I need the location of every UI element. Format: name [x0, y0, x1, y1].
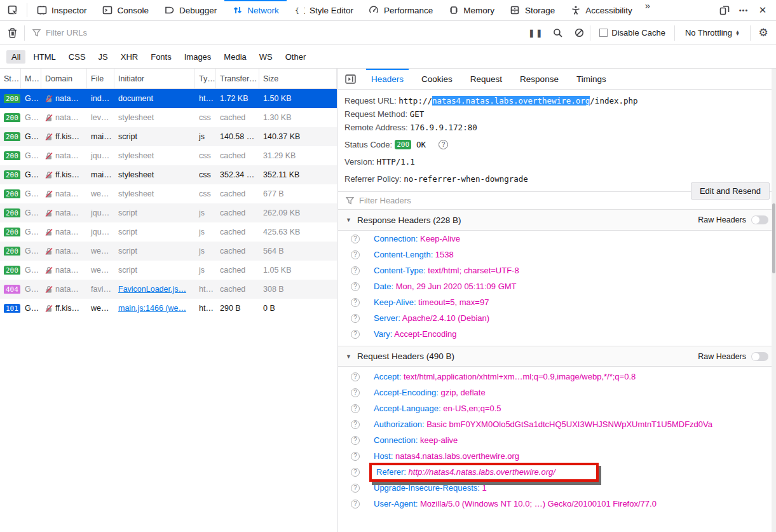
- type-filter-fonts[interactable]: Fonts: [146, 50, 177, 64]
- details-tab-cookies[interactable]: Cookies: [412, 69, 461, 89]
- header-help-icon[interactable]: ?: [351, 266, 360, 275]
- header-help-icon[interactable]: ?: [351, 298, 360, 307]
- header-row[interactable]: ?Content-Type: text/html; charset=UTF-8: [338, 263, 776, 278]
- request-row[interactable]: 200G…ff.kis…mai…stylesheetcss352.34 …352…: [0, 165, 337, 184]
- vertical-scrollbar[interactable]: [772, 69, 776, 532]
- type-filter-html[interactable]: HTML: [28, 50, 60, 64]
- header-help-icon[interactable]: ?: [351, 500, 360, 508]
- close-devtools-button[interactable]: ✕: [753, 0, 772, 21]
- tab-inspector[interactable]: Inspector: [29, 0, 95, 20]
- header-row[interactable]: ?Keep-Alive: timeout=5, max=97: [338, 294, 776, 310]
- request-row[interactable]: 101G…ff.kis…we…main.js:1466 (we…ht…290 B…: [0, 299, 337, 318]
- details-tab-headers[interactable]: Headers: [362, 69, 412, 89]
- column-header[interactable]: M…: [21, 69, 41, 88]
- column-header[interactable]: Domain: [41, 69, 87, 88]
- header-help-icon[interactable]: ?: [351, 314, 360, 323]
- header-help-icon[interactable]: ?: [351, 452, 360, 461]
- header-help-icon[interactable]: ?: [351, 330, 360, 339]
- header-row[interactable]: ?Host: natas4.natas.labs.overthewire.org: [338, 448, 776, 464]
- request-row[interactable]: 200G…nata…ind…documentht…1.72 KB1.50 KB: [0, 89, 337, 108]
- header-row[interactable]: ?User-Agent: Mozilla/5.0 (Windows NT 10.…: [338, 496, 776, 512]
- header-help-icon[interactable]: ?: [351, 388, 360, 397]
- disable-cache-checkbox[interactable]: Disable Cache: [590, 28, 674, 38]
- toggle-details-pane-button[interactable]: [338, 69, 362, 89]
- column-header[interactable]: Ty…: [195, 69, 216, 88]
- header-row[interactable]: ?Connection: keep-alive: [338, 432, 776, 448]
- details-tab-timings[interactable]: Timings: [568, 69, 615, 89]
- scrollbar-thumb[interactable]: [772, 203, 775, 273]
- column-header[interactable]: Transfer…: [216, 69, 259, 88]
- tab-memory[interactable]: Memory: [440, 0, 502, 20]
- type-filter-other[interactable]: Other: [280, 50, 311, 64]
- tab-console[interactable]: Console: [95, 0, 157, 20]
- header-row[interactable]: ?Connection: Keep-Alive: [338, 231, 776, 247]
- edit-and-resend-button[interactable]: Edit and Resend: [691, 182, 770, 200]
- type-filter-media[interactable]: Media: [219, 50, 251, 64]
- type-filter-images[interactable]: Images: [179, 50, 217, 64]
- block-request-button[interactable]: [568, 28, 590, 38]
- header-row[interactable]: ?Authorization: Basic bmF0YXM0Olo5dGtSa1…: [338, 416, 776, 432]
- responsive-design-button[interactable]: [715, 0, 734, 21]
- header-row[interactable]: ?Vary: Accept-Encoding: [338, 326, 776, 342]
- type-filter-xhr[interactable]: XHR: [116, 50, 143, 64]
- header-help-icon[interactable]: ?: [351, 468, 360, 477]
- request-row[interactable]: 404G…nata…favi…FaviconLoader.js…ht…cache…: [0, 280, 337, 299]
- more-tools-chevron[interactable]: »: [640, 0, 655, 20]
- filter-urls-input[interactable]: Filter URLs: [25, 28, 525, 38]
- column-header[interactable]: Size: [259, 69, 337, 88]
- initiator-link[interactable]: main.js:1466 (we…: [118, 304, 186, 313]
- search-button[interactable]: [547, 28, 568, 38]
- column-header[interactable]: File: [87, 69, 114, 88]
- response-headers-section[interactable]: ▼ Response Headers (228 B) Raw Headers: [338, 210, 776, 231]
- request-row[interactable]: 200G…nata…jqu…scriptjscached262.09 KB: [0, 203, 337, 222]
- pick-element-button[interactable]: [0, 0, 25, 20]
- request-row[interactable]: 200G…ff.kis…mai…scriptjs140.58 …140.37 K…: [0, 127, 337, 146]
- header-row[interactable]: ?Accept-Encoding: gzip, deflate: [338, 385, 776, 400]
- initiator-link[interactable]: FaviconLoader.js…: [118, 285, 186, 294]
- header-row[interactable]: ?Accept: text/html,application/xhtml+xm……: [338, 369, 776, 385]
- type-filter-ws[interactable]: WS: [254, 50, 278, 64]
- raw-headers-toggle[interactable]: [751, 215, 768, 224]
- meatball-menu-button[interactable]: •••: [734, 0, 753, 21]
- header-help-icon[interactable]: ?: [351, 420, 360, 429]
- header-row[interactable]: ?Referer: http://natas4.natas.labs.overt…: [338, 464, 776, 480]
- request-row[interactable]: 200G…nata…jqu…scriptjscached425.63 KB: [0, 222, 337, 242]
- clear-requests-button[interactable]: [0, 28, 24, 38]
- request-row[interactable]: 200G…nata…we…stylesheetcsscached677 B: [0, 184, 337, 203]
- tab-style-editor[interactable]: { }Style Editor: [287, 0, 361, 20]
- tab-network[interactable]: Network: [224, 0, 287, 20]
- header-row[interactable]: ?Accept-Language: en-US,en;q=0.5: [338, 400, 776, 416]
- throttling-dropdown[interactable]: No Throttling ▲▼: [675, 28, 750, 38]
- status-help-icon[interactable]: ?: [439, 140, 448, 149]
- column-header[interactable]: St…: [0, 69, 21, 88]
- request-row[interactable]: 200G…nata…we…scriptjscached564 B: [0, 242, 337, 261]
- column-header[interactable]: Initiator: [114, 69, 195, 88]
- tab-accessibility[interactable]: Accessibility: [562, 0, 640, 20]
- header-row[interactable]: ?Server: Apache/2.4.10 (Debian): [338, 310, 776, 326]
- request-row[interactable]: 200G…nata…lev…stylesheetcsscached1.30 KB: [0, 108, 337, 127]
- details-tab-request[interactable]: Request: [461, 69, 511, 89]
- tab-storage[interactable]: Storage: [502, 0, 562, 20]
- request-headers-section[interactable]: ▼ Request Headers (490 B) Raw Headers: [338, 346, 776, 367]
- header-help-icon[interactable]: ?: [351, 235, 360, 243]
- details-tab-response[interactable]: Response: [511, 69, 568, 89]
- header-row[interactable]: ?Content-Length: 1538: [338, 247, 776, 263]
- header-help-icon[interactable]: ?: [351, 372, 360, 381]
- header-help-icon[interactable]: ?: [351, 436, 360, 445]
- header-help-icon[interactable]: ?: [351, 282, 360, 291]
- type-filter-css[interactable]: CSS: [64, 50, 91, 64]
- pause-recording-button[interactable]: ❚❚: [525, 29, 547, 38]
- header-row[interactable]: ?Upgrade-Insecure-Requests: 1: [338, 480, 776, 496]
- raw-headers-toggle[interactable]: [751, 352, 768, 361]
- header-help-icon[interactable]: ?: [351, 250, 360, 259]
- tab-debugger[interactable]: Debugger: [156, 0, 224, 20]
- request-row[interactable]: 200G…nata…we…scriptjscached1.05 KB: [0, 261, 337, 280]
- header-row[interactable]: ?Date: Mon, 29 Jun 2020 05:11:09 GMT: [338, 278, 776, 294]
- type-filter-js[interactable]: JS: [93, 50, 113, 64]
- network-settings-button[interactable]: ⚙: [751, 26, 776, 39]
- type-filter-all[interactable]: All: [6, 50, 25, 64]
- header-help-icon[interactable]: ?: [351, 404, 360, 413]
- request-row[interactable]: 200G…nata…jqu…stylesheetcsscached31.29 K…: [0, 146, 337, 165]
- header-help-icon[interactable]: ?: [351, 484, 360, 493]
- tab-performance[interactable]: Performance: [361, 0, 440, 20]
